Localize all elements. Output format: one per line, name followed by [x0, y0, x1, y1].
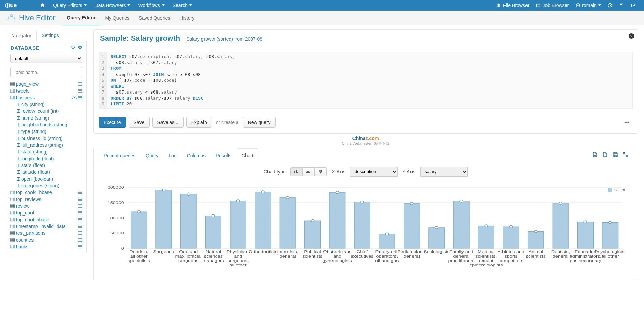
user-menu[interactable]: romain — [572, 3, 604, 8]
columns-icon[interactable] — [78, 237, 82, 243]
columns-icon[interactable] — [78, 95, 82, 100]
column-row[interactable]: open (boolean) — [17, 176, 82, 182]
chart-type-bar[interactable] — [290, 167, 302, 176]
table-link[interactable]: page_view — [10, 81, 39, 87]
tab-columns[interactable]: Columns — [182, 148, 211, 162]
table-link[interactable]: counties — [10, 237, 34, 243]
columns-icon[interactable] — [78, 244, 82, 249]
table-row[interactable]: banks — [10, 243, 82, 250]
column-row[interactable]: type (string) — [17, 128, 82, 135]
table-link[interactable]: top_reviews — [10, 197, 41, 202]
expand-icon[interactable] — [623, 152, 628, 158]
save-as-button[interactable]: Save as... — [152, 117, 184, 128]
save-button[interactable]: Save — [129, 117, 150, 128]
columns-icon[interactable] — [78, 197, 82, 202]
column-row[interactable]: latitude (float) — [17, 169, 82, 176]
file-browser-link[interactable]: File Browser — [493, 3, 533, 8]
column-row[interactable]: state (string) — [17, 148, 82, 155]
panel-help-icon[interactable]: ? — [629, 33, 634, 39]
columns-icon[interactable] — [78, 230, 82, 236]
table-row[interactable]: test_partitions — [10, 230, 82, 237]
table-link[interactable]: review — [10, 203, 29, 209]
tab-chart[interactable]: Chart — [237, 148, 258, 162]
table-link[interactable]: top_cool4_hbase — [10, 190, 52, 195]
table-row[interactable]: timestamp_invalid_data — [10, 223, 82, 230]
columns-icon[interactable] — [78, 81, 82, 87]
flag-icon[interactable] — [616, 3, 627, 8]
column-row[interactable]: neighborhoods (string — [17, 121, 82, 128]
logout-icon[interactable] — [627, 3, 639, 8]
chart-type-line[interactable] — [302, 167, 315, 176]
column-row[interactable]: city (string) — [17, 101, 82, 108]
table-link[interactable]: top_cool — [10, 210, 34, 216]
table-filter-input[interactable] — [10, 67, 82, 77]
column-row[interactable]: full_address (string) — [17, 142, 82, 148]
job-browser-link[interactable]: Job Browser — [533, 3, 572, 8]
table-link[interactable]: top_cool_hbase — [10, 217, 49, 222]
table-link[interactable]: tweets — [10, 88, 29, 94]
execute-button[interactable]: Execute — [99, 117, 126, 128]
table-link[interactable]: test_partitions — [10, 230, 45, 236]
yaxis-select[interactable]: salary — [420, 167, 468, 177]
tab-results[interactable]: Results — [211, 148, 237, 162]
new-query-button[interactable]: New query — [243, 117, 276, 128]
table-row[interactable]: counties — [10, 237, 82, 243]
column-row[interactable]: longitude (float) — [17, 155, 82, 162]
table-row[interactable]: page_view — [10, 81, 82, 87]
home-icon[interactable] — [36, 0, 49, 11]
column-row[interactable]: categories (string) — [17, 182, 82, 189]
explain-button[interactable]: Explain — [186, 117, 212, 128]
column-row[interactable]: review_count (int) — [17, 108, 82, 115]
column-row[interactable]: stars (float) — [17, 162, 82, 169]
tab-recent-queries[interactable]: Recent queries — [99, 148, 141, 162]
table-link[interactable]: timestamp_invalid_data — [10, 224, 66, 229]
tab-log[interactable]: Log — [164, 148, 181, 162]
help-icon[interactable]: ? — [604, 3, 616, 8]
query-description[interactable]: Salary growth (sorted) from 2007-08 — [186, 36, 262, 42]
nav-search[interactable]: Search — [169, 0, 196, 11]
columns-icon[interactable] — [78, 88, 82, 94]
columns-icon[interactable] — [78, 210, 82, 216]
columns-icon[interactable] — [78, 217, 82, 222]
xaxis-select[interactable]: description — [350, 167, 398, 177]
table-row[interactable]: top_cool_hbase — [10, 216, 82, 223]
tab-my-queries[interactable]: My Queries — [100, 11, 134, 25]
side-tab-settings[interactable]: Settings — [37, 29, 64, 41]
export-icon[interactable] — [602, 152, 608, 158]
tab-query-editor[interactable]: Query Editor — [62, 11, 101, 25]
columns-icon[interactable] — [78, 190, 82, 195]
nav-query-editors[interactable]: Query Editors — [49, 0, 91, 11]
column-row[interactable]: business_id (string) — [17, 135, 82, 142]
table-link[interactable]: banks — [10, 244, 28, 249]
more-options-icon[interactable]: ••• — [621, 120, 633, 125]
columns-icon[interactable] — [78, 224, 82, 229]
tab-saved-queries[interactable]: Saved Queries — [134, 11, 175, 25]
table-tree[interactable]: page_view tweets business city (string) … — [10, 81, 82, 250]
nav-workflows[interactable]: Workflows — [134, 0, 168, 11]
download-icon[interactable] — [592, 152, 598, 158]
side-tab-navigator[interactable]: Navigator — [6, 30, 37, 41]
table-row[interactable]: top_cool4_hbase — [10, 189, 82, 196]
hue-logo[interactable]: (|)ue — [5, 2, 29, 8]
svg-text:Internists,: Internists, — [277, 250, 298, 254]
refresh-icon[interactable] — [71, 45, 76, 51]
table-row[interactable]: top_cool — [10, 209, 82, 216]
tab-query[interactable]: Query — [141, 148, 164, 162]
query-title[interactable]: Sample: Salary growth — [100, 34, 180, 43]
tab-history[interactable]: History — [175, 11, 199, 25]
editor-code[interactable]: SELECT s07.description, s07.salary, s08.… — [107, 52, 632, 108]
table-link[interactable]: business — [10, 95, 35, 100]
table-row[interactable]: review — [10, 203, 82, 209]
table-row[interactable]: business — [10, 94, 82, 101]
sql-editor[interactable]: 123456789 SELECT s07.description, s07.sa… — [99, 52, 633, 109]
table-row[interactable]: top_reviews — [10, 196, 82, 203]
nav-data-browsers[interactable]: Data Browsers — [91, 0, 134, 11]
database-select[interactable]: default — [10, 54, 82, 63]
table-row[interactable]: tweets — [10, 87, 82, 94]
help-icon[interactable]: ? — [78, 45, 82, 51]
chart-type-map[interactable] — [315, 167, 327, 176]
preview-icon[interactable] — [72, 95, 77, 100]
column-row[interactable]: name (string) — [17, 115, 82, 121]
save-result-icon[interactable] — [613, 152, 618, 158]
columns-icon[interactable] — [78, 203, 82, 209]
